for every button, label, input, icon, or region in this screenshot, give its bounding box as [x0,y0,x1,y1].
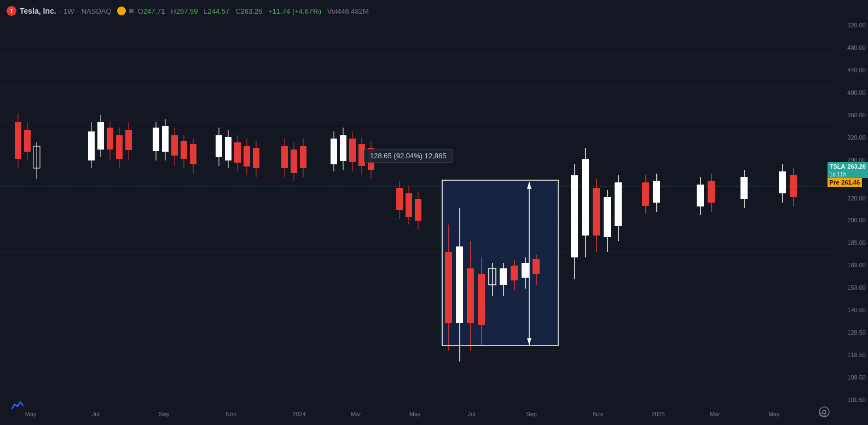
svg-rect-29 [153,128,159,151]
svg-rect-78 [478,274,485,325]
svg-rect-104 [642,182,649,206]
svg-rect-84 [511,266,518,280]
y-label-360: 360.00 [837,112,866,118]
x-label-may-2024: May [409,411,421,417]
svg-rect-114 [779,171,786,193]
ticker-badge[interactable]: T Tesla, Inc. · 1W · NASDAQ [7,6,134,16]
svg-rect-31 [162,126,169,152]
indicator-dots [129,9,134,13]
svg-rect-94 [571,175,578,257]
x-axis: May Jul Sep Nov 2024 Mar May Jul Sep Nov… [0,403,835,425]
svg-rect-47 [253,148,259,168]
svg-rect-88 [533,259,540,274]
svg-rect-43 [234,142,241,163]
y-label-101: 101.50 [837,397,866,403]
svg-rect-33 [171,135,178,156]
svg-rect-69 [415,199,421,221]
indicator-icon [117,7,126,15]
svg-rect-39 [216,135,222,157]
y-label-480: 480.00 [837,44,866,51]
svg-rect-25 [116,135,123,159]
y-label-200: 200.00 [837,217,866,223]
svg-rect-41 [225,137,232,160]
x-label-may-2025: May [768,411,780,417]
svg-rect-51 [291,150,297,173]
x-label-may-2023: May [25,411,37,417]
svg-rect-49 [281,146,288,168]
svg-rect-100 [604,197,611,237]
svg-rect-116 [790,175,797,197]
x-label-sep-2024: Sep [526,411,537,417]
tsla-label: TSLA [830,163,846,170]
x-label-mar-2024: Mar [351,411,361,417]
svg-rect-27 [125,130,132,150]
chart-canvas[interactable]: 128.65 (92.04%) 12,865 [0,22,835,403]
svg-rect-82 [500,268,507,285]
y-label-520: 520.00 [837,22,866,28]
tsla-price-badge[interactable]: TSLA 263.26 1d 11h [828,162,868,178]
x-label-sep-2023: Sep [159,411,170,417]
svg-rect-98 [593,188,600,236]
x-label-nov-2023: Nov [225,411,236,417]
y-axis: 520.00 480.00 440.00 400.00 360.00 320.0… [835,22,868,403]
svg-rect-59 [349,139,356,162]
svg-rect-102 [615,182,622,226]
price-badge-container: TSLA 263.26 1d 11h Pre 261.46 [828,162,868,187]
ticker-name: Tesla, Inc. [20,7,56,15]
x-label-2025: 2025 [651,411,664,417]
svg-point-117 [819,407,829,417]
svg-rect-112 [740,177,748,199]
y-label-109: 109.50 [837,374,866,381]
y-label-185: 185.00 [837,239,866,246]
pre-market-badge[interactable]: Pre 261.46 [828,178,862,187]
svg-rect-65 [396,188,403,210]
svg-rect-76 [467,268,474,323]
svg-rect-45 [244,146,250,166]
svg-rect-53 [300,146,306,168]
svg-rect-96 [582,159,589,236]
svg-rect-19 [88,131,95,160]
svg-rect-37 [190,144,196,164]
tsla-price: 263.26 [847,163,866,170]
y-label-153: 153.00 [837,284,866,291]
x-label-jul-2024: Jul [468,411,476,417]
y-label-140: 140.50 [837,307,866,313]
ticker-icon: T [7,6,16,16]
svg-rect-15 [24,130,31,152]
measurement-tooltip: 128.65 (92.04%) 12,865 [364,149,453,163]
svg-rect-72 [445,252,452,323]
time-remaining-label: 1d 11h [828,171,868,178]
svg-rect-110 [708,181,715,203]
y-label-440: 440.00 [837,67,866,73]
y-label-128: 128.50 [837,329,866,336]
svg-rect-108 [697,185,704,206]
x-label-jul-2023: Jul [92,411,100,417]
y-label-169: 169.00 [837,262,866,268]
chart-interval: · 1W · [60,7,78,15]
chart-settings-icon[interactable] [819,406,830,420]
svg-rect-35 [181,141,187,159]
svg-rect-23 [107,128,113,150]
y-label-320: 320.00 [837,134,866,141]
y-label-118: 118.50 [837,352,866,358]
x-label-nov-2024: Nov [593,411,604,417]
tradingview-logo [10,398,25,415]
svg-rect-86 [522,263,529,278]
svg-rect-55 [331,139,337,164]
y-label-400: 400.00 [837,89,866,96]
svg-rect-106 [653,181,660,203]
x-label-mar-2025: Mar [710,411,720,417]
pre-label: Pre [830,179,840,186]
ohlcv-bar: O247.71 H267.59 L244.57 C263.26 +11.74 (… [138,7,369,15]
x-label-2024: 2024 [292,411,305,417]
svg-rect-13 [15,122,21,159]
pre-price: 261.46 [841,179,860,186]
svg-rect-74 [456,246,463,323]
svg-rect-67 [406,193,412,217]
chart-header: T Tesla, Inc. · 1W · NASDAQ O247.71 H267… [0,0,868,22]
svg-point-118 [823,410,826,413]
candlestick-chart [0,22,835,403]
y-label-220: 220.00 [837,195,866,202]
svg-rect-57 [340,135,346,161]
exchange-label: NASDAQ [82,7,112,15]
